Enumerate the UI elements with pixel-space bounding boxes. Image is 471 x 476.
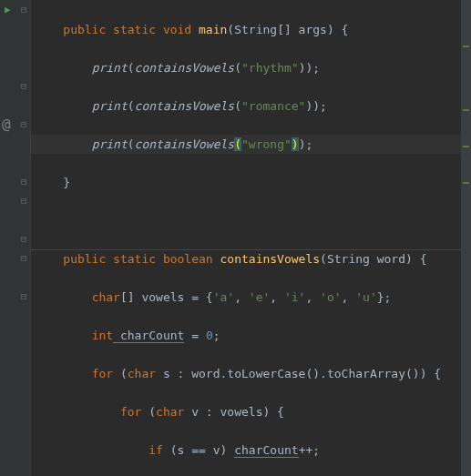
code-text: 'a' (213, 290, 234, 304)
code-text: args (299, 23, 327, 36)
code-text: charCount (234, 443, 298, 458)
fold-icon[interactable]: ⊟ (21, 76, 27, 96)
code-text: print (92, 99, 128, 113)
paren-match-icon: ) (292, 137, 299, 151)
editor-panel: ▶ @ ⊟ ⊟ ⊟ ⊟ ⊟ ⊟ ⊟ ⊟ public static void m… (0, 0, 471, 476)
code-text: "romance" (241, 99, 305, 113)
code-text: ); (312, 99, 327, 113)
code-text: ( (113, 367, 128, 380)
fold-icon[interactable]: ⊟ (21, 115, 27, 134)
code-text: containsVowels (135, 61, 235, 75)
code-text: "wrong" (241, 137, 292, 151)
code-text: for (120, 405, 141, 419)
code-text: s : word.toLowerCase().toCharArray()) { (156, 367, 441, 380)
code-text: String (327, 252, 370, 266)
code-editor[interactable]: public static void main(String[] args) {… (31, 0, 471, 476)
code-text: String (234, 23, 277, 36)
code-text: v : vowels) { (184, 405, 284, 419)
paren-match-icon: ( (234, 137, 241, 151)
code-text: print (92, 137, 128, 151)
fold-icon[interactable]: ⊟ (21, 172, 27, 191)
code-text: ) { (327, 23, 348, 36)
code-text: 0 (206, 329, 213, 342)
scrollbar[interactable] (461, 0, 471, 476)
code-text: ); (299, 137, 313, 151)
code-text: ++ (299, 443, 313, 457)
fold-icon[interactable]: ⊟ (21, 287, 27, 306)
code-text: char (128, 367, 156, 380)
code-text: 'e' (249, 290, 270, 304)
code-text: 'u' (355, 290, 376, 304)
code-text: containsVowels (135, 99, 235, 113)
code-text: ; (213, 329, 220, 342)
code-text: [] vowels = { (120, 290, 213, 304)
code-text: }; (377, 290, 392, 304)
code-text: int (92, 329, 113, 342)
code-text: ( (320, 252, 327, 266)
code-text: containsVowels (135, 137, 235, 151)
method-name: main (199, 23, 227, 36)
code-text: charCount (113, 329, 184, 343)
code-text: ) { (405, 252, 426, 266)
code-text: if (148, 443, 163, 457)
editor-gutter: ▶ @ ⊟ ⊟ ⊟ ⊟ ⊟ ⊟ ⊟ ⊟ (0, 0, 31, 476)
modified-icon: @ (2, 115, 11, 134)
code-text: char (156, 405, 184, 419)
code-text: [] (277, 23, 298, 36)
code-text: ; (312, 443, 320, 457)
fold-icon[interactable]: ⊟ (21, 0, 27, 19)
code-text: public static void (35, 23, 199, 36)
code-text: char (92, 290, 120, 304)
code-text: } (35, 176, 70, 189)
run-main-icon[interactable]: ▶ (5, 0, 11, 19)
code-text: public static boolean (35, 252, 220, 266)
code-text: = (184, 329, 205, 342)
code-text: print (92, 61, 128, 75)
code-text: 'o' (320, 290, 341, 304)
code-text: word (370, 252, 405, 266)
code-text: "rhythm" (241, 61, 299, 75)
fold-icon[interactable]: ⊟ (21, 229, 27, 248)
code-text: (s == v) (163, 443, 234, 457)
code-text: ( (141, 405, 156, 419)
code-text: ( (227, 23, 234, 36)
method-name: containsVowels (220, 252, 321, 266)
fold-icon[interactable]: ⊟ (21, 191, 27, 210)
code-text: 'i' (284, 290, 305, 304)
fold-icon[interactable]: ⊟ (21, 248, 27, 268)
code-text: for (92, 367, 113, 380)
code-text: ); (305, 61, 320, 75)
